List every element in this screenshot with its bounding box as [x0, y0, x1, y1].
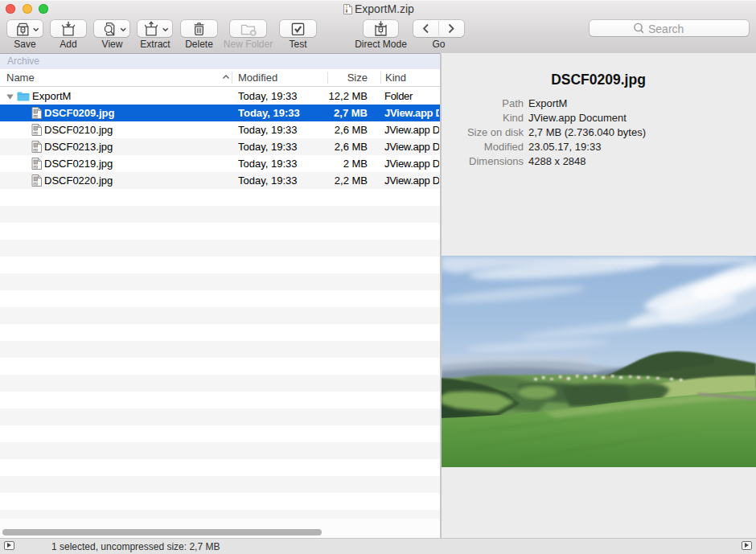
- svg-text:PIC: PIC: [34, 183, 37, 186]
- svg-text:PIC: PIC: [34, 166, 37, 169]
- svg-text:PIC: PIC: [34, 149, 37, 152]
- svg-text:PIC: PIC: [34, 132, 37, 135]
- svg-text:PIC: PIC: [34, 115, 37, 118]
